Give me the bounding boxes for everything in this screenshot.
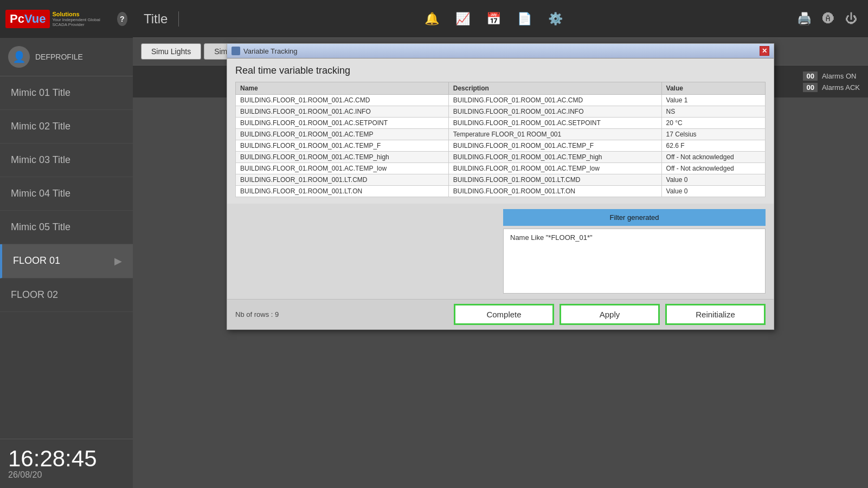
sidebar-item-floor01[interactable]: FLOOR 01 ▶ — [0, 244, 133, 278]
cell-value: 62.6 F — [661, 140, 765, 152]
cell-description: BUILDING.FLOOR_01.ROOM_001.LT.ON — [448, 186, 661, 197]
table-row: BUILDING.FLOOR_01.ROOM_001.AC.TEMPTemper… — [236, 129, 766, 140]
variable-tracking-dialog: Variable Tracking ✕ Real time variable t… — [227, 43, 774, 330]
cell-description: BUILDING.FLOOR_01.ROOM_001.AC.SETPOINT — [448, 118, 661, 129]
cell-description: BUILDING.FLOOR_01.ROOM_001.AC.TEMP_low — [448, 163, 661, 174]
dialog-footer: Nb of rows : 9 Complete Apply Reinitiali… — [227, 299, 774, 329]
date-display: 26/08/20 — [8, 470, 125, 480]
dialog-content: Real time variable tracking Name Descrip… — [227, 58, 774, 204]
variable-table: Name Description Value BUILDING.FLOOR_01… — [235, 82, 766, 197]
table-row: BUILDING.FLOOR_01.ROOM_001.AC.TEMP_highB… — [236, 152, 766, 163]
dialog-bottom-section: Filter generated Name Like "*FLOOR_01*" — [227, 204, 774, 299]
chart-icon[interactable]: 📈 — [455, 12, 470, 26]
logo-vue: Vue — [24, 12, 46, 26]
row-count: Nb of rows : 9 — [235, 310, 448, 318]
table-row: BUILDING.FLOOR_01.ROOM_001.LT.CMDBUILDIN… — [236, 174, 766, 186]
content-area: Simu Lights Simu Temperatures FLOOR_01 V… — [133, 38, 868, 488]
cell-name: BUILDING.FLOOR_01.ROOM_001.LT.CMD — [236, 174, 449, 186]
cell-name: BUILDING.FLOOR_01.ROOM_001.LT.ON — [236, 186, 449, 197]
power-icon[interactable]: ⏻ — [845, 12, 857, 26]
logo-pc: Pc — [10, 12, 24, 26]
sidebar-item-mimic03[interactable]: Mimic 03 Title — [0, 144, 133, 177]
cell-description: BUILDING.FLOOR_01.ROOM_001.AC.INFO — [448, 106, 661, 118]
top-icon-group: 🔔 📈 📅 📄 ⚙️ — [190, 12, 797, 26]
app-title: Title — [133, 11, 179, 27]
col-value: Value — [661, 82, 765, 95]
cell-description: BUILDING.FLOOR_01.ROOM_001.LT.CMD — [448, 174, 661, 186]
sidebar-item-floor02[interactable]: FLOOR 02 — [0, 278, 133, 312]
cell-name: BUILDING.FLOOR_01.ROOM_001.AC.CMD — [236, 95, 449, 106]
complete-button[interactable]: Complete — [454, 304, 554, 325]
cell-name: BUILDING.FLOOR_01.ROOM_001.AC.TEMP_high — [236, 152, 449, 163]
sidebar-arrow-icon: ▶ — [114, 255, 122, 267]
cell-value: 20 °C — [661, 118, 765, 129]
cell-value: Value 1 — [661, 95, 765, 106]
bell-icon[interactable]: 🔔 — [425, 12, 439, 26]
table-row: BUILDING.FLOOR_01.ROOM_001.LT.ONBUILDING… — [236, 186, 766, 197]
cell-name: BUILDING.FLOOR_01.ROOM_001.AC.TEMP — [236, 129, 449, 140]
logo: PcVue — [5, 10, 50, 28]
dialog-titlebar: Variable Tracking ✕ — [227, 44, 774, 58]
top-bar: PcVue Solutions Your Independent Global … — [0, 0, 868, 38]
main-layout: 👤 DEFPROFILE Mimic 01 Title Mimic 02 Tit… — [0, 38, 868, 488]
sidebar-bottom: 16:28:45 26/08/20 — [0, 439, 133, 488]
cell-description: BUILDING.FLOOR_01.ROOM_001.AC.CMD — [448, 95, 661, 106]
cell-name: BUILDING.FLOOR_01.ROOM_001.AC.SETPOINT — [236, 118, 449, 129]
dialog-close-button[interactable]: ✕ — [760, 46, 769, 56]
sidebar-item-mimic04[interactable]: Mimic 04 Title — [0, 177, 133, 211]
sidebar-item-mimic05[interactable]: Mimic 05 Title — [0, 211, 133, 244]
apply-button[interactable]: Apply — [560, 304, 660, 325]
cell-description: BUILDING.FLOOR_01.ROOM_001.AC.TEMP_F — [448, 140, 661, 152]
table-row: BUILDING.FLOOR_01.ROOM_001.AC.TEMP_FBUIL… — [236, 140, 766, 152]
report-icon[interactable]: 📄 — [517, 12, 532, 26]
cell-value: Value 0 — [661, 186, 765, 197]
sidebar-item-mimic01[interactable]: Mimic 01 Title — [0, 76, 133, 110]
col-description: Description — [448, 82, 661, 95]
top-right-icons: 🖨️ 🅐 ⏻ — [797, 12, 868, 26]
logo-tagline: Your Independent Global SCADA Provider — [52, 17, 112, 27]
profile-name: DEFPROFILE — [35, 53, 83, 61]
table-row: BUILDING.FLOOR_01.ROOM_001.AC.TEMP_lowBU… — [236, 163, 766, 174]
dialog-icon — [232, 47, 240, 55]
clock-display: 16:28:45 — [8, 447, 125, 470]
col-name: Name — [236, 82, 449, 95]
translate-icon[interactable]: 🅐 — [822, 12, 834, 26]
reinitialize-button[interactable]: Reinitialize — [665, 304, 766, 325]
filter-content: Name Like "*FLOOR_01*" — [503, 229, 766, 294]
calendar-icon[interactable]: 📅 — [486, 12, 501, 26]
profile-area: 👤 DEFPROFILE — [0, 38, 133, 76]
filter-title: Filter generated — [503, 209, 766, 226]
sidebar: 👤 DEFPROFILE Mimic 01 Title Mimic 02 Tit… — [0, 38, 133, 488]
sidebar-item-mimic02[interactable]: Mimic 02 Title — [0, 110, 133, 144]
dialog-heading: Real time variable tracking — [235, 65, 766, 76]
dialog-overlay: Variable Tracking ✕ Real time variable t… — [133, 38, 868, 456]
table-row: BUILDING.FLOOR_01.ROOM_001.AC.CMDBUILDIN… — [236, 95, 766, 106]
cell-name: BUILDING.FLOOR_01.ROOM_001.AC.TEMP_F — [236, 140, 449, 152]
cell-name: BUILDING.FLOOR_01.ROOM_001.AC.INFO — [236, 106, 449, 118]
cell-description: Temperature FLOOR_01 ROOM_001 — [448, 129, 661, 140]
cell-name: BUILDING.FLOOR_01.ROOM_001.AC.TEMP_low — [236, 163, 449, 174]
cell-value: Off - Not acknowledged — [661, 163, 765, 174]
print-icon[interactable]: 🖨️ — [797, 12, 812, 26]
help-button[interactable]: ? — [117, 12, 127, 26]
settings-icon[interactable]: ⚙️ — [548, 12, 563, 26]
table-row: BUILDING.FLOOR_01.ROOM_001.AC.SETPOINTBU… — [236, 118, 766, 129]
cell-value: NS — [661, 106, 765, 118]
dialog-title: Variable Tracking — [243, 47, 760, 55]
logo-solutions: Solutions — [52, 11, 112, 17]
filter-section: Filter generated Name Like "*FLOOR_01*" — [503, 209, 766, 294]
logo-area: PcVue Solutions Your Independent Global … — [0, 0, 133, 38]
cell-value: 17 Celsius — [661, 129, 765, 140]
cell-value: Value 0 — [661, 174, 765, 186]
cell-value: Off - Not acknowledged — [661, 152, 765, 163]
avatar: 👤 — [8, 46, 30, 68]
table-row: BUILDING.FLOOR_01.ROOM_001.AC.INFOBUILDI… — [236, 106, 766, 118]
cell-description: BUILDING.FLOOR_01.ROOM_001.AC.TEMP_high — [448, 152, 661, 163]
